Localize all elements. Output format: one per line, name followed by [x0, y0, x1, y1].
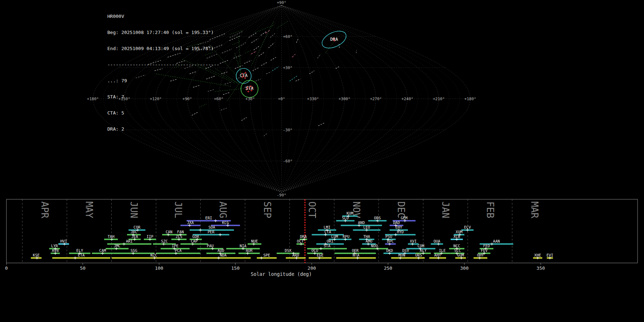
radiant-circle-cta: CTA	[236, 68, 251, 83]
shower-code-label: AHY	[434, 253, 441, 257]
latitude-label: +60°	[283, 34, 293, 39]
shower-code-label: NOO	[371, 244, 378, 248]
shower-code-label: RPU	[343, 234, 350, 239]
shower-code-label: ERI	[205, 216, 212, 220]
shower-code-label: OHY	[477, 253, 484, 257]
shower-bar-xhe: XHE	[533, 253, 542, 259]
shower-code-label: SPE	[263, 253, 270, 257]
radiant-label: DRA	[330, 37, 338, 42]
x-tick-label: 350	[537, 265, 545, 271]
shower-code-label: AAN	[493, 239, 500, 243]
shower-bar-can: CAN	[162, 230, 176, 236]
x-tick-label: 50	[80, 265, 86, 271]
latitude-label: +30°	[283, 65, 293, 70]
longitude-label: +180°	[464, 97, 476, 101]
shower-code-label: FAN	[177, 230, 184, 234]
month-label: SEP	[262, 201, 273, 218]
count-sta: STA: 7	[107, 94, 219, 99]
longitude-label: +300°	[338, 97, 350, 101]
shower-code-label: NZC	[150, 253, 157, 257]
shower-code-label: HYD	[397, 230, 404, 234]
shower-code-label: LEO	[363, 225, 370, 229]
shower-code-label: AMO	[366, 239, 372, 243]
shower-code-label: IPE	[172, 244, 179, 248]
shower-code-label: LYR	[51, 244, 58, 248]
shower-code-label: GEM	[401, 216, 408, 220]
month-label: MAY	[84, 201, 94, 218]
longitude-label: +270°	[370, 97, 382, 101]
longitude-label: +30°	[245, 97, 255, 101]
shower-code-label: ZCS	[176, 234, 182, 239]
count-sporadic: ...: 79	[107, 78, 219, 83]
shower-code-label: SZC	[161, 239, 168, 243]
shower-bar-evi: EVI	[546, 253, 553, 259]
shower-code-label: FEV	[481, 248, 488, 253]
shower-code-label: TAH	[108, 234, 114, 239]
separator-line: ----------------------------------------	[107, 62, 219, 67]
month-label: JUL	[173, 201, 184, 218]
shower-code-label: ETA	[78, 253, 85, 257]
shower-code-label: HVI	[60, 239, 67, 243]
latitude-label: -60°	[283, 159, 293, 164]
shower-code-label: OCU	[311, 248, 318, 253]
shower-code-label: ORS	[374, 216, 381, 220]
radiant-circle-dra: DRA	[319, 28, 349, 52]
shower-code-label: XHE	[534, 253, 541, 257]
shower-code-label: ARD	[292, 253, 299, 257]
longitude-label: +210°	[433, 97, 445, 101]
shower-code-label: COM	[418, 244, 424, 248]
shower-bar-ors: ORS	[368, 216, 386, 222]
month-label: FEB	[485, 201, 496, 218]
shower-code-label: NDA	[220, 253, 227, 257]
shower-code-label: NTA	[353, 253, 360, 257]
radiant-points	[241, 38, 335, 93]
shower-code-label: LUM	[331, 234, 338, 239]
shower-code-label: GDR	[192, 234, 200, 239]
longitude-label: +240°	[401, 97, 413, 101]
shower-bar-rpu: RPU	[341, 234, 351, 241]
count-cta: CTA: 5	[107, 110, 219, 116]
shower-code-label: OCT	[297, 239, 304, 243]
shower-bar-cta: CTA	[312, 230, 344, 236]
radiant-circle-sta: STA	[241, 80, 258, 97]
shower-code-label: PAU	[207, 244, 214, 248]
shower-code-label: DSX	[285, 248, 292, 253]
latitude-label: +90°	[277, 0, 287, 5]
shower-code-label: QUA	[434, 239, 441, 243]
latitude-label: -90°	[277, 193, 287, 197]
x-tick-label: 200	[308, 265, 316, 271]
month-label: APR	[39, 201, 50, 218]
radiant-label: CTA	[240, 73, 248, 78]
begin-time: Beg: 20251008 17:27:40 (sol = 195.33°)	[107, 30, 219, 35]
shower-code-label: NCC	[453, 244, 460, 248]
shower-code-label: DPC	[387, 239, 394, 243]
month-label: MAR	[529, 201, 540, 218]
shower-code-label: THA	[363, 234, 370, 239]
shower-code-label: CAP	[191, 239, 197, 243]
current-sol-marker	[304, 199, 305, 263]
longitude-label: +0°	[278, 97, 285, 101]
shower-bar-kse: KSE	[31, 253, 42, 259]
shower-code-label: ILE	[439, 248, 446, 253]
shower-code-label: PSU	[385, 234, 392, 239]
shower-code-label: SDA	[208, 225, 215, 229]
shower-code-label: EGE	[317, 253, 323, 257]
shower-code-label: AVB	[52, 248, 59, 253]
shower-code-label: MON	[399, 253, 405, 257]
latitude-label: -30°	[283, 128, 293, 132]
shower-code-label: EHY	[395, 225, 402, 229]
shower-bar-nue: NUE	[248, 239, 261, 245]
shower-bar-tah: TAH	[104, 234, 118, 241]
shower-code-label: DRA	[300, 234, 307, 239]
shower-bar-avb: AVB	[51, 248, 60, 255]
x-tick-label: 0	[5, 265, 8, 271]
shower-code-label: JRC	[131, 230, 137, 234]
shower-bar-qua: QUA	[431, 239, 443, 245]
shower-code-label: KCG	[222, 220, 229, 225]
shower-code-label: NIA	[240, 244, 247, 248]
radiant-label: STA	[246, 86, 254, 91]
month-label: OCT	[307, 201, 317, 218]
shower-code-label: GUM	[457, 253, 464, 257]
x-tick-label: 100	[155, 265, 163, 271]
shower-code-label: PCA	[175, 248, 182, 253]
